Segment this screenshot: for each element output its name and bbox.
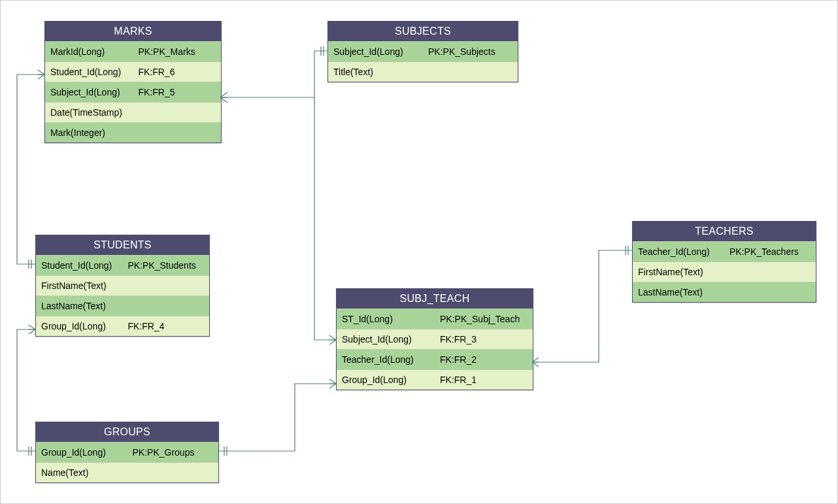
table-row: Subject_Id(Long) FK:FR_5 xyxy=(45,82,221,102)
table-row: Teacher_Id(Long) PK:PK_Teachers xyxy=(633,241,816,261)
table-row: FirstName(Text) xyxy=(36,275,209,295)
table-row: Name(Text) xyxy=(36,462,218,482)
table-row: Subject_Id(Long) PK:PK_Subjects xyxy=(328,41,518,61)
field-key: PK:PK_Subjects xyxy=(423,42,518,61)
table-row: FirstName(Text) xyxy=(633,261,816,282)
entity-marks[interactable]: MARKS MarkId(Long) PK:PK_Marks Student_I… xyxy=(44,21,222,143)
field-name: FirstName(Text) xyxy=(633,262,724,282)
field-key: FK:FR_3 xyxy=(435,329,533,349)
table-row: Group_Id(Long) FK:FR_1 xyxy=(337,369,533,390)
field-name: Student_Id(Long) xyxy=(45,62,133,82)
field-key: PK:PK_Subj_Teach xyxy=(435,309,533,329)
field-name: FirstName(Text) xyxy=(36,276,123,295)
entity-teachers[interactable]: TEACHERS Teacher_Id(Long) PK:PK_Teachers… xyxy=(632,221,816,303)
field-name: Group_Id(Long) xyxy=(36,316,123,336)
er-diagram-canvas: MARKS MarkId(Long) PK:PK_Marks Student_I… xyxy=(1,1,837,503)
table-row: Student_Id(Long) PK:PK_Students xyxy=(36,255,209,275)
field-name: Subject_Id(Long) xyxy=(328,42,423,61)
entity-title: SUBJ_TEACH xyxy=(337,289,533,309)
field-name: Name(Text) xyxy=(36,463,127,482)
field-key xyxy=(123,276,210,295)
field-key: FK:FR_1 xyxy=(435,370,533,390)
table-row: Student_Id(Long) FK:FR_6 xyxy=(45,61,221,82)
field-key: FK:FR_4 xyxy=(123,316,210,336)
table-row: Group_Id(Long) FK:FR_4 xyxy=(36,316,209,336)
entity-groups[interactable]: GROUPS Group_Id(Long) PK:PK_Groups Name(… xyxy=(35,422,219,483)
entity-title: SUBJECTS xyxy=(328,22,518,41)
field-key: FK:FR_6 xyxy=(133,62,222,82)
field-name: ST_Id(Long) xyxy=(337,309,435,329)
field-key xyxy=(127,463,219,482)
field-name: Teacher_Id(Long) xyxy=(633,242,724,261)
field-name: Student_Id(Long) xyxy=(36,256,123,275)
table-row: MarkId(Long) PK:PK_Marks xyxy=(45,41,221,61)
entity-subj-teach[interactable]: SUBJ_TEACH ST_Id(Long) PK:PK_Subj_Teach … xyxy=(336,288,533,390)
table-row: Teacher_Id(Long) FK:FR_2 xyxy=(337,349,533,369)
table-row: LastName(Text) xyxy=(633,282,816,302)
entity-title: TEACHERS xyxy=(633,222,816,241)
table-row: Title(Text) xyxy=(328,61,518,82)
field-name: LastName(Text) xyxy=(36,296,123,316)
field-name: Title(Text) xyxy=(328,62,423,82)
field-name: Subject_Id(Long) xyxy=(45,82,133,102)
entity-title: STUDENTS xyxy=(36,235,209,255)
field-key xyxy=(423,62,518,82)
entity-subjects[interactable]: SUBJECTS Subject_Id(Long) PK:PK_Subjects… xyxy=(327,21,518,82)
field-key: PK:PK_Marks xyxy=(133,42,222,61)
table-row: Mark(Integer) xyxy=(45,122,221,143)
field-key: FK:FR_2 xyxy=(435,350,533,369)
field-name: MarkId(Long) xyxy=(45,42,133,61)
field-name: LastName(Text) xyxy=(633,282,724,302)
table-row: LastName(Text) xyxy=(36,295,209,316)
field-key: PK:PK_Teachers xyxy=(724,242,816,261)
field-name: Group_Id(Long) xyxy=(337,370,435,390)
field-name: Teacher_Id(Long) xyxy=(337,350,435,369)
field-name: Group_Id(Long) xyxy=(36,443,127,462)
field-key xyxy=(123,296,210,316)
field-key xyxy=(724,262,816,282)
field-key: PK:PK_Students xyxy=(123,256,210,275)
table-row: Group_Id(Long) PK:PK_Groups xyxy=(36,442,218,462)
table-row: Subject_Id(Long) FK:FR_3 xyxy=(337,329,533,349)
entity-students[interactable]: STUDENTS Student_Id(Long) PK:PK_Students… xyxy=(35,235,210,337)
field-key: FK:FR_5 xyxy=(133,82,222,102)
entity-title: GROUPS xyxy=(36,422,218,442)
field-key xyxy=(724,282,816,302)
field-name: Mark(Integer) xyxy=(45,123,133,143)
field-key xyxy=(133,123,222,143)
field-name: Subject_Id(Long) xyxy=(337,329,435,349)
field-key: PK:PK_Groups xyxy=(127,443,219,462)
field-key xyxy=(133,103,222,122)
entity-title: MARKS xyxy=(45,22,221,41)
table-row: Date(TimeStamp) xyxy=(45,102,221,122)
field-name: Date(TimeStamp) xyxy=(45,103,133,122)
table-row: ST_Id(Long) PK:PK_Subj_Teach xyxy=(337,309,533,329)
